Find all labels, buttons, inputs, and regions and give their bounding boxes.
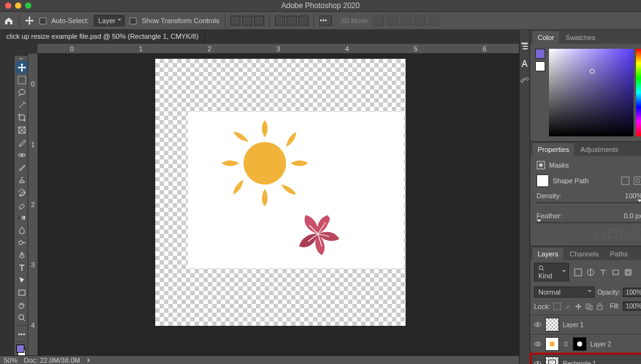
lock-transparency-icon[interactable] xyxy=(553,303,561,310)
svg-rect-19 xyxy=(627,271,630,274)
auto-select-checkbox[interactable] xyxy=(39,18,46,24)
visibility-icon[interactable] xyxy=(534,321,541,328)
feather-value[interactable]: 0.0 px xyxy=(623,212,641,220)
filter-smart-icon[interactable] xyxy=(624,268,632,276)
svg-point-30 xyxy=(577,341,582,346)
tab-paths[interactable]: Paths xyxy=(605,248,633,260)
show-transform-checkbox[interactable] xyxy=(130,18,136,24)
history-panel-icon[interactable] xyxy=(520,41,530,51)
link-icon xyxy=(563,337,569,351)
density-slider[interactable] xyxy=(536,202,641,203)
invert-mask-icon[interactable] xyxy=(608,230,617,238)
tab-channels[interactable]: Channels xyxy=(565,248,603,260)
filter-pixel-icon[interactable] xyxy=(574,268,582,276)
svg-rect-15 xyxy=(575,269,582,276)
lock-label: Lock: xyxy=(534,303,550,310)
distribute-vcenter-icon[interactable] xyxy=(287,16,297,26)
zoom-level[interactable]: 50% xyxy=(4,356,18,364)
distribute-top-icon[interactable] xyxy=(275,16,285,26)
align-right-icon[interactable] xyxy=(254,16,264,26)
svg-point-27 xyxy=(537,343,539,345)
lock-all-icon[interactable] xyxy=(596,303,603,310)
layer-thumb[interactable] xyxy=(545,337,559,351)
fill-label: Fill: xyxy=(610,303,620,310)
hue-strip[interactable] xyxy=(636,49,641,136)
title-bar: Adobe Photoshop 2020 xyxy=(0,0,641,11)
distribute-group xyxy=(275,16,309,26)
move-tool-icon[interactable] xyxy=(24,16,34,26)
svg-rect-17 xyxy=(613,270,618,275)
lock-image-icon[interactable] xyxy=(564,303,572,310)
document-tab[interactable]: click up resize example file.psd @ 50% (… xyxy=(0,30,205,44)
blend-mode-dropdown[interactable]: Normal xyxy=(534,286,595,298)
filter-type-icon[interactable] xyxy=(599,268,607,276)
tab-adjustments[interactable]: Adjustments xyxy=(575,143,623,156)
auto-select-target-dropdown[interactable]: Layer xyxy=(94,15,125,26)
right-panels: Color Swatches Properties Adjustments Ma… xyxy=(519,30,641,364)
distribute-bottom-icon[interactable] xyxy=(299,16,309,26)
color-swatch-pair xyxy=(535,49,546,136)
align-center-h-icon[interactable] xyxy=(242,16,252,26)
3d-roll-icon xyxy=(387,16,397,26)
visibility-icon[interactable] xyxy=(534,340,541,348)
layers-panel: Layers Channels Paths Kind Normal xyxy=(530,246,641,364)
svg-rect-23 xyxy=(597,306,602,310)
options-bar: Auto-Select: Layer Show Transform Contro… xyxy=(0,11,641,30)
ruler-vertical: 0 1 2 3 4 xyxy=(28,54,38,355)
lock-nesting-icon[interactable] xyxy=(585,303,593,310)
layer-filter-dropdown[interactable]: Kind xyxy=(534,263,569,281)
density-label: Density: xyxy=(536,192,562,200)
tab-color[interactable]: Color xyxy=(533,31,559,44)
auto-select-label: Auto-Select: xyxy=(51,17,89,24)
visibility-icon[interactable] xyxy=(534,360,541,364)
vector-mask-icon[interactable] xyxy=(633,176,641,185)
pixel-mask-icon[interactable] xyxy=(621,176,630,185)
feather-label: Feather: xyxy=(536,212,562,220)
foreground-swatch[interactable] xyxy=(535,49,545,59)
doc-size[interactable]: Doc: 22.0M/38.0M xyxy=(24,356,80,364)
tab-swatches[interactable]: Swatches xyxy=(560,31,600,44)
layer-mask-thumb[interactable] xyxy=(573,337,587,351)
opacity-value[interactable]: 100% xyxy=(623,288,641,297)
3d-pan-icon xyxy=(401,16,411,26)
mask-thumb[interactable] xyxy=(536,174,549,187)
layer-name[interactable]: Layer 1 xyxy=(563,321,583,328)
layer-row[interactable]: Layer 2 xyxy=(530,334,641,353)
color-field[interactable] xyxy=(549,49,633,136)
brushes-panel-icon[interactable] xyxy=(520,76,530,86)
layer-thumb[interactable] xyxy=(545,318,559,331)
flower-graphic[interactable] xyxy=(296,212,340,256)
layer-row[interactable]: Layer 1 xyxy=(530,315,641,334)
3d-slide-icon xyxy=(415,16,425,26)
layer-row[interactable]: Rectangle 1 xyxy=(530,353,641,364)
character-panel-icon[interactable] xyxy=(520,59,530,69)
toggle-mask-icon[interactable] xyxy=(621,230,630,238)
delete-mask-icon[interactable] xyxy=(633,230,641,238)
properties-panel: Properties Adjustments Masks Shape Path … xyxy=(530,142,641,246)
lock-position-icon[interactable] xyxy=(575,303,582,310)
color-panel: Color Swatches xyxy=(530,30,641,142)
tab-properties[interactable]: Properties xyxy=(533,143,574,156)
more-align-icon[interactable]: ••• xyxy=(319,16,332,26)
artboard[interactable] xyxy=(155,59,406,326)
select-mask-icon[interactable] xyxy=(596,230,605,238)
sun-graphic[interactable] xyxy=(218,116,312,210)
layer-thumb[interactable] xyxy=(545,356,559,364)
filter-shape-icon[interactable] xyxy=(612,268,620,276)
app-title: Adobe Photoshop 2020 xyxy=(0,1,641,10)
home-icon[interactable] xyxy=(4,16,14,26)
tab-layers[interactable]: Layers xyxy=(533,248,563,260)
background-swatch[interactable] xyxy=(535,61,545,71)
opacity-label: Opacity: xyxy=(597,289,620,296)
svg-point-10 xyxy=(539,163,543,167)
feather-slider[interactable] xyxy=(536,222,641,223)
status-menu-icon[interactable] xyxy=(88,358,93,363)
layer-name[interactable]: Layer 2 xyxy=(590,341,611,348)
fill-value[interactable]: 100% xyxy=(623,301,641,311)
layer-name[interactable]: Rectangle 1 xyxy=(563,360,596,365)
3d-mode-group: 3D Mode: xyxy=(341,16,439,26)
filter-adjust-icon[interactable] xyxy=(587,268,595,276)
align-left-icon[interactable] xyxy=(230,16,240,26)
density-value[interactable]: 100% xyxy=(625,192,641,200)
canvas[interactable] xyxy=(38,54,519,355)
